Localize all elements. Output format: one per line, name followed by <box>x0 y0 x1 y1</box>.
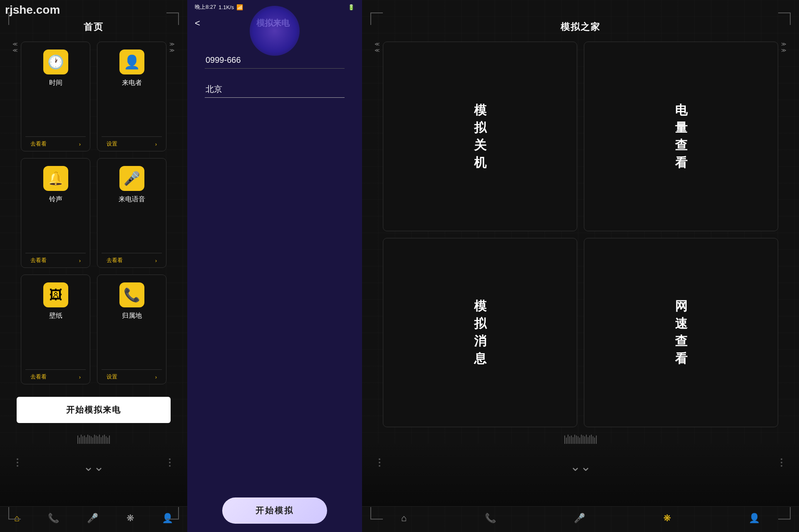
left-bottom-tech: ⌄⌄ <box>0 444 187 506</box>
right-right-side-deco: ≫ ≫ <box>781 42 787 53</box>
rbl2 <box>566 438 567 444</box>
left-nav-phone[interactable]: 📞 <box>48 513 59 524</box>
right-phone-header: 模拟之家 <box>362 0 799 37</box>
wallpaper-icon: 🖼 <box>49 287 62 303</box>
card-fake-message[interactable]: 模拟消息 <box>383 238 577 428</box>
voice-icon: 🎤 <box>124 171 140 186</box>
card-fake-shutdown[interactable]: 模拟关机 <box>383 42 577 231</box>
location-card-action[interactable]: 设置 › <box>102 369 162 384</box>
caller-card-action[interactable]: 设置 › <box>102 136 162 151</box>
bl20 <box>109 435 110 444</box>
wallpaper-action-label: 去看看 <box>30 373 47 381</box>
left-nav-mic[interactable]: 🎤 <box>87 513 98 524</box>
rdot5 <box>781 462 782 463</box>
location-input[interactable] <box>205 81 345 98</box>
location-card-title: 归属地 <box>122 312 142 320</box>
location-action-icon: › <box>155 374 157 380</box>
right-dots <box>169 458 171 467</box>
right-feature-grid: 模拟关机 电量查看 模拟消息 网速查看 <box>362 37 799 431</box>
bl1 <box>77 435 78 444</box>
voice-action-label: 去看看 <box>107 257 123 264</box>
dot1 <box>17 458 18 460</box>
right-bottom-tech: ⌄⌄ <box>362 444 799 506</box>
bl9 <box>91 436 92 444</box>
card-wallpaper[interactable]: 🖼 壁纸 去看看 › <box>21 275 90 384</box>
card-time[interactable]: 🕐 时间 去看看 › <box>21 42 90 151</box>
voice-action-icon: › <box>155 257 157 264</box>
watermark: rjshe.com <box>0 0 65 20</box>
rbl9 <box>578 436 578 444</box>
rbl4 <box>569 436 570 444</box>
dot5 <box>169 462 171 463</box>
battery-check-text: 电量查看 <box>675 101 687 171</box>
right-deco-chevron-1: ≪ <box>375 42 380 47</box>
middle-bottom: 开始模拟 <box>188 489 361 532</box>
right-nav-home[interactable]: ⌂ <box>401 513 407 524</box>
rbl7 <box>574 435 575 444</box>
phone-number-input[interactable] <box>205 52 345 69</box>
rbl5 <box>571 435 572 444</box>
rbl13 <box>584 436 585 444</box>
right-right-dots <box>781 458 782 467</box>
ringtone-action-label: 去看看 <box>30 257 47 264</box>
deco-chevron-2: ≪ <box>12 48 18 53</box>
location-icon-wrap: 📞 <box>119 282 144 307</box>
rbl16 <box>589 435 590 444</box>
time-card-action[interactable]: 去看看 › <box>25 136 86 151</box>
left-phone: ≪ ≪ ≫ ≫ 首页 🕐 时间 去看看 › <box>0 0 187 532</box>
bl10 <box>92 438 93 444</box>
right-nav-mic[interactable]: 🎤 <box>574 513 585 524</box>
left-dots <box>17 458 18 467</box>
back-button[interactable]: < <box>195 18 200 29</box>
caller-icon-wrap: 👤 <box>119 49 144 74</box>
rbl12 <box>583 435 583 444</box>
bl18 <box>106 436 107 444</box>
middle-phone: 晚上8:27 1.1K/s 📶 🔋 < 模拟来电 开始模拟 <box>187 0 362 532</box>
dot6 <box>169 465 171 467</box>
left-side-deco: ≪ ≪ <box>12 42 18 53</box>
card-caller[interactable]: 👤 来电者 设置 › <box>97 42 166 151</box>
card-location[interactable]: 📞 归属地 设置 › <box>97 275 166 384</box>
rdot4 <box>781 458 782 460</box>
rdot6 <box>781 465 782 467</box>
ringtone-card-action[interactable]: 去看看 › <box>25 253 86 267</box>
voice-icon-wrap: 🎤 <box>119 166 144 191</box>
left-bottom-nav: ⌂ 📞 🎤 ❋ 👤 <box>0 506 187 532</box>
deco-chevron-4: ≫ <box>169 48 175 53</box>
left-nav-apps[interactable]: ❋ <box>127 513 134 524</box>
left-barcode <box>21 431 166 444</box>
right-nav-user[interactable]: 👤 <box>749 513 760 524</box>
dot3 <box>17 465 18 467</box>
card-battery-check[interactable]: 电量查看 <box>584 42 778 231</box>
bl15 <box>101 437 102 444</box>
right-left-side-deco: ≪ ≪ <box>375 42 380 53</box>
middle-start-button[interactable]: 开始模拟 <box>222 497 327 524</box>
bl14 <box>99 435 100 444</box>
wallpaper-card-action[interactable]: 去看看 › <box>25 369 86 384</box>
voice-card-title: 来电语音 <box>119 195 145 204</box>
location-action-label: 设置 <box>107 373 117 381</box>
left-header-title: 首页 <box>84 22 104 32</box>
corner-bracket-bl <box>8 507 21 520</box>
time-action-label: 去看看 <box>30 140 47 148</box>
bl5 <box>84 435 85 444</box>
dot2 <box>17 462 18 463</box>
right-barcode <box>383 431 778 444</box>
right-chevron-down: ⌄⌄ <box>570 460 591 473</box>
right-nav-apps[interactable]: ❋ <box>663 513 671 524</box>
card-ringtone[interactable]: 🔔 铃声 去看看 › <box>21 158 90 268</box>
ringtone-icon: 🔔 <box>47 171 64 186</box>
fake-shutdown-text: 模拟关机 <box>474 101 486 171</box>
right-nav-phone[interactable]: 📞 <box>485 513 496 524</box>
middle-content <box>188 35 361 489</box>
left-feature-grid: 🕐 时间 去看看 › 👤 来电者 设置 › <box>0 37 187 388</box>
time-icon: 🕐 <box>47 54 64 70</box>
card-speed-check[interactable]: 网速查看 <box>584 238 778 428</box>
status-speed: 1.1K/s <box>218 4 234 10</box>
card-voice[interactable]: 🎤 来电语音 去看看 › <box>97 158 166 268</box>
right-corner-bl <box>370 507 383 520</box>
left-start-button[interactable]: 开始模拟来电 <box>17 397 171 423</box>
voice-card-action[interactable]: 去看看 › <box>102 253 162 267</box>
bl12 <box>96 435 97 444</box>
caller-icon: 👤 <box>124 54 140 70</box>
